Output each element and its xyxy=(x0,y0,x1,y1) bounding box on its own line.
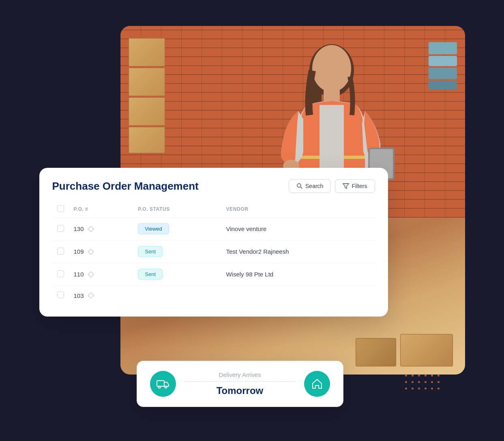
row-109-status-badge: Sent xyxy=(138,246,163,257)
col-checkbox xyxy=(52,201,69,218)
po-card-header: Purchase Order Management Search Filters xyxy=(52,179,375,193)
row-130-status-cell: Viewed xyxy=(133,218,221,240)
search-button[interactable]: Search xyxy=(289,179,331,193)
purchase-order-card: Purchase Order Management Search Filters xyxy=(39,168,388,317)
svg-point-19 xyxy=(165,386,167,388)
svg-marker-16 xyxy=(343,184,349,188)
delivery-value: Tomorrow xyxy=(184,385,296,396)
svg-point-2 xyxy=(312,45,351,92)
row-110-checkbox-cell xyxy=(52,263,69,286)
row-110-status-cell: Sent xyxy=(133,263,221,286)
svg-point-14 xyxy=(297,184,301,187)
diamond-icon xyxy=(87,248,94,255)
row-103-vendor xyxy=(221,286,375,306)
row-130-checkbox[interactable] xyxy=(57,225,64,232)
search-icon xyxy=(296,183,303,189)
filters-button[interactable]: Filters xyxy=(335,179,375,193)
row-110-checkbox[interactable] xyxy=(57,270,64,277)
row-103-checkbox[interactable] xyxy=(57,291,64,298)
delivery-info: Delivery Arrives Tomorrow xyxy=(176,371,304,396)
row-109-status-cell: Sent xyxy=(133,240,221,263)
row-130-checkbox-cell xyxy=(52,218,69,240)
search-button-label: Search xyxy=(305,183,323,189)
delivery-divider xyxy=(184,381,296,382)
delivery-card: Delivery Arrives Tomorrow xyxy=(137,361,343,407)
row-109-po-number: 109 xyxy=(74,248,84,255)
table-body: 130 Viewed Vinove venture xyxy=(52,218,375,306)
row-103-po-number-cell: 103 xyxy=(69,286,133,306)
filter-icon xyxy=(343,183,349,189)
col-vendor: VENDOR xyxy=(221,201,375,218)
table-row: 110 Sent Wisely 98 Pte Ltd xyxy=(52,263,375,286)
row-109-po-number-cell: 109 xyxy=(69,240,133,263)
shelf-right xyxy=(429,42,461,91)
filters-button-label: Filters xyxy=(352,183,367,189)
table-row: 109 Sent Test Vendor2 Rajneesh xyxy=(52,240,375,263)
row-103-po-number: 103 xyxy=(74,292,84,299)
delivery-label: Delivery Arrives xyxy=(184,371,296,378)
floor-box-1 xyxy=(400,334,453,366)
floor-box-2 xyxy=(356,338,396,366)
row-103-checkbox-cell xyxy=(52,286,69,306)
col-po-number: P.O. # xyxy=(69,201,133,218)
table-row: 130 Viewed Vinove venture xyxy=(52,218,375,240)
page-title: Purchase Order Management xyxy=(52,180,199,193)
row-110-vendor: Wisely 98 Pte Ltd xyxy=(221,263,375,286)
truck-icon-button[interactable] xyxy=(150,371,176,397)
row-130-po-number: 130 xyxy=(74,225,84,232)
row-109-vendor: Test Vendor2 Rajneesh xyxy=(221,240,375,263)
diamond-icon xyxy=(87,292,94,299)
header-actions: Search Filters xyxy=(289,179,375,193)
page-wrapper: Purchase Order Management Search Filters xyxy=(39,26,465,415)
row-109-checkbox-cell xyxy=(52,240,69,263)
select-all-checkbox[interactable] xyxy=(57,205,64,212)
row-130-vendor: Vinove venture xyxy=(221,218,375,240)
col-po-status: P.O. STATUS xyxy=(133,201,221,218)
svg-rect-17 xyxy=(157,381,164,386)
row-110-po-number-cell: 110 xyxy=(69,263,133,286)
row-103-status-cell xyxy=(133,286,221,306)
svg-line-15 xyxy=(300,187,302,188)
house-icon-button[interactable] xyxy=(304,371,330,397)
house-icon xyxy=(311,377,324,390)
row-110-po-number: 110 xyxy=(74,271,84,278)
row-110-status-badge: Sent xyxy=(138,269,163,280)
truck-icon xyxy=(157,377,169,390)
svg-rect-6 xyxy=(344,156,365,159)
svg-point-18 xyxy=(158,386,160,388)
diamond-icon xyxy=(87,225,94,233)
table-header: P.O. # P.O. STATUS VENDOR xyxy=(52,201,375,218)
table-row: 103 xyxy=(52,286,375,306)
row-109-checkbox[interactable] xyxy=(57,248,64,255)
diamond-icon xyxy=(87,271,94,278)
box-stack-left xyxy=(129,38,165,153)
row-130-po-number-cell: 130 xyxy=(69,218,133,240)
row-130-status-badge: Viewed xyxy=(138,223,169,234)
po-table: P.O. # P.O. STATUS VENDOR 130 xyxy=(52,201,375,305)
